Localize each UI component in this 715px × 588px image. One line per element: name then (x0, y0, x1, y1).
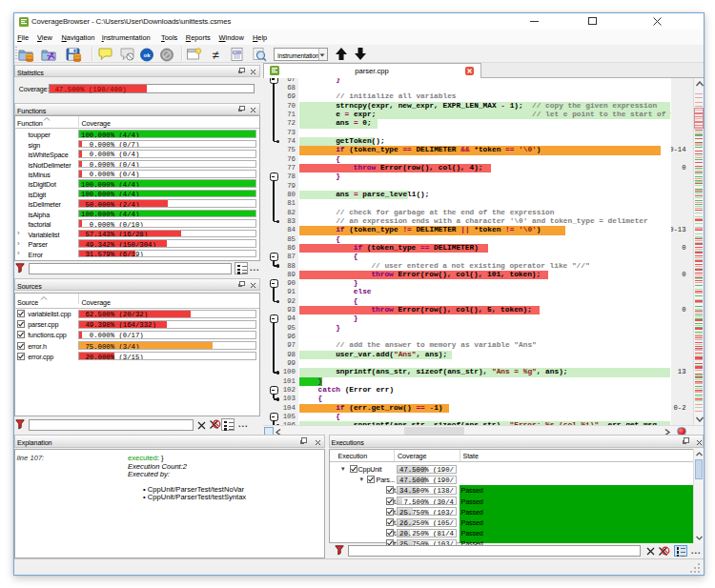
svg-text:≠: ≠ (212, 48, 218, 62)
svg-text:CPP: CPP (233, 51, 240, 54)
svg-text:ok: ok (143, 52, 151, 58)
